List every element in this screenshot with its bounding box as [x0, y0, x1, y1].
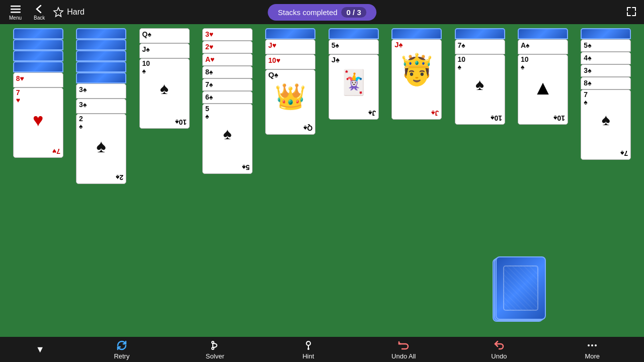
card-facedown	[76, 61, 126, 72]
card-facedown	[13, 28, 63, 39]
undo-button[interactable]: Undo	[479, 337, 519, 362]
card-3s-3[interactable]: 3♠	[581, 64, 631, 77]
difficulty-text: Hard	[67, 8, 85, 17]
retry-label: Retry	[114, 352, 129, 360]
retry-button[interactable]: Retry	[102, 337, 142, 362]
card-3s-2[interactable]: 3♠	[76, 99, 126, 114]
svg-point-10	[595, 344, 597, 346]
solver-button[interactable]: Solver	[195, 337, 235, 362]
card-js-2[interactable]: J♠ 🃏 J♠	[329, 54, 379, 120]
back-label: Back	[34, 15, 45, 21]
card-2h[interactable]: 2♥	[202, 41, 253, 53]
card-qs[interactable]: Q♠	[139, 28, 190, 43]
hint-button[interactable]: Hint	[288, 337, 329, 362]
card-5s[interactable]: 5 ♠ ♠ 5♠	[202, 104, 253, 174]
card-2s[interactable]: 2 ♠ ♠ 2♠	[76, 114, 126, 184]
card-js[interactable]: J♠	[139, 43, 190, 58]
svg-point-9	[591, 344, 593, 346]
card-as[interactable]: A♠	[518, 39, 568, 54]
stacks-label: Stacks completed	[278, 8, 337, 17]
column-7[interactable]: J♠ 🤴 J♠	[386, 28, 447, 337]
card-facedown	[518, 28, 568, 39]
stacks-count: 0 / 3	[342, 7, 366, 18]
scroll-button[interactable]: ▼	[32, 342, 49, 357]
svg-point-7	[308, 348, 309, 349]
svg-point-8	[588, 344, 590, 346]
card-ks[interactable]: J♠ 🤴 J♠	[391, 39, 442, 120]
card-10s-2[interactable]: 10 ♠ ♠ 10♠	[455, 54, 505, 125]
svg-point-6	[306, 341, 310, 345]
card-5s-3[interactable]: 5♠	[581, 39, 631, 52]
column-3[interactable]: Q♠ J♠ 10 ♠ ♠ 10♠	[134, 28, 195, 337]
menu-button[interactable]: Menu	[5, 2, 26, 23]
column-6[interactable]: 5♠ J♠ 🃏 J♠	[323, 28, 384, 337]
menu-label: Menu	[9, 15, 22, 21]
draw-pile[interactable]	[496, 256, 546, 322]
card-facedown	[76, 28, 126, 39]
card-7s[interactable]: 7♠	[202, 78, 253, 91]
column-4[interactable]: 3♥ 2♥ A♥ 8♠ 7♠ 6♠ 5 ♠	[197, 28, 258, 337]
svg-rect-1	[11, 9, 21, 10]
card-3h[interactable]: 3♥	[202, 28, 253, 41]
undo-label: Undo	[491, 352, 507, 360]
back-button[interactable]: Back	[30, 2, 49, 23]
undo-all-button[interactable]: Undo All	[381, 337, 426, 362]
card-facedown	[581, 28, 631, 39]
column-10[interactable]: 5♠ 4♠ 3♠ 8♠ 7 ♠ ♠ 7♠	[576, 28, 636, 337]
difficulty-badge: Hard	[53, 7, 85, 18]
card-facedown	[76, 72, 126, 83]
columns-area: 8♥ 7 ♥ ♥ 7♥ 3♠	[0, 24, 644, 337]
svg-rect-0	[11, 6, 21, 7]
hint-label: Hint	[302, 352, 314, 360]
column-1[interactable]: 8♥ 7 ♥ ♥ 7♥	[8, 28, 68, 337]
card-facedown	[391, 28, 442, 39]
card-qs-2[interactable]: Q♠ 👑 Q♠	[265, 69, 315, 135]
card-facedown	[13, 39, 63, 50]
bottombar: ▼ Retry Solver Hint Undo All	[0, 337, 644, 362]
card-7h[interactable]: 7 ♥ ♥ 7♥	[13, 87, 63, 158]
expand-button[interactable]	[624, 4, 639, 21]
card-facedown	[13, 50, 63, 61]
card-facedown	[76, 50, 126, 61]
column-5[interactable]: J♥ 10♥ Q♠ 👑 Q♠	[260, 28, 321, 337]
more-label: More	[585, 352, 600, 360]
card-3s-1[interactable]: 3♠	[76, 83, 126, 99]
solver-label: Solver	[206, 352, 224, 360]
topbar: Menu Back Hard Stacks completed 0 / 3	[0, 0, 644, 24]
game-area: 8♥ 7 ♥ ♥ 7♥ 3♠	[0, 24, 644, 337]
card-facedown	[455, 28, 505, 39]
card-facedown	[265, 28, 315, 39]
card-facedown	[76, 39, 126, 50]
card-8h[interactable]: 8♥	[13, 72, 63, 87]
stacks-badge: Stacks completed 0 / 3	[268, 4, 376, 21]
card-5s-2[interactable]: 5♠	[329, 39, 379, 54]
svg-marker-3	[54, 8, 63, 17]
more-button[interactable]: More	[572, 337, 612, 362]
card-7s-3[interactable]: 7 ♠ ♠ 7♠	[581, 89, 631, 160]
card-8s[interactable]: 8♠	[202, 66, 253, 78]
undo-all-label: Undo All	[391, 352, 416, 360]
card-facedown	[13, 61, 63, 72]
card-10s-3[interactable]: 10 ♠ ▲ 10♠	[518, 54, 568, 125]
card-ah[interactable]: A♥	[202, 53, 253, 66]
card-facedown	[329, 28, 379, 39]
card-10h[interactable]: 10♥	[265, 54, 315, 69]
card-10s[interactable]: 10 ♠ ♠ 10♠	[139, 58, 190, 129]
svg-rect-2	[11, 12, 21, 13]
card-6s[interactable]: 6♠	[202, 91, 253, 104]
column-2[interactable]: 3♠ 3♠ 2 ♠ ♠ 2♠	[70, 28, 131, 337]
card-4s[interactable]: 4♠	[581, 52, 631, 64]
card-8s-2[interactable]: 8♠	[581, 77, 631, 89]
card-7s-2[interactable]: 7♠	[455, 39, 505, 54]
card-jh[interactable]: J♥	[265, 39, 315, 54]
